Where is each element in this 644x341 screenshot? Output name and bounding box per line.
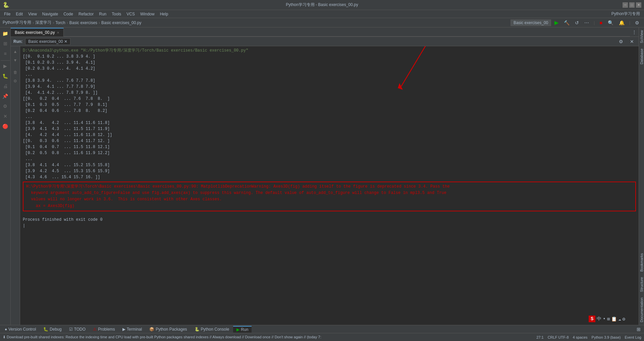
output-line-0: [[0. 0.1 0.2 ... 3.8 3.9 4. ] — [23, 54, 636, 60]
output-line-6: [4. 4.1 4.2 ... 7.8 7.9 8. ]] — [23, 90, 636, 96]
output-line-5: [3.9 4. 4.1 ... 7.7 7.8 7.9] — [23, 84, 636, 90]
bottom-tab-python-console[interactable]: 🐍 Python Console — [191, 326, 233, 332]
print-icon[interactable]: 🖨 — [1, 81, 10, 91]
breadcrumb: Python学习专用 › 深度学习 › Torch › Basic exerci… — [0, 18, 644, 27]
bookmarks-icon[interactable]: ≡ — [1, 49, 10, 58]
output-line-11: [3.8 4. 4.2 ... 11.4 11.6 11.8] — [23, 120, 636, 126]
tab-file[interactable]: Basic exercises_00.py ✕ — [11, 28, 64, 37]
bookmarks-label[interactable]: Bookmarks — [639, 251, 644, 274]
output-line-7: [[0. 0.2 0.4 ... 7.6 7.8 8. ] — [23, 96, 636, 102]
debug-icon[interactable]: 🐛 — [1, 71, 10, 81]
pin-icon[interactable]: 📌 — [1, 91, 10, 101]
bottom-tabs: ● Version Control 🐛 Debug ☑ TODO ⚠ Probl… — [0, 325, 644, 333]
run-console-icon[interactable]: ▶ — [1, 61, 10, 71]
problems-icon: ⚠ — [93, 327, 97, 332]
cmd-line: D:\Anaconda3\python.exe "H:/Python学习专用/深… — [23, 48, 636, 54]
python-version[interactable]: Python 3.9 (base) — [592, 335, 621, 339]
window-title: Python学习专用 - Basic exercises_00.py — [286, 2, 358, 8]
run-config-selector[interactable]: Basic exercises_00 — [511, 19, 551, 26]
clear-console-button[interactable]: 🗑 — [11, 68, 19, 76]
minimize-button[interactable]: ─ — [623, 2, 628, 8]
warning-line-1: H:\Python学习专用\深度学习\Torch\Basic exercises… — [26, 184, 633, 190]
menu-view[interactable]: View — [25, 11, 40, 17]
line-ending[interactable]: CRLF UTF-8 — [548, 335, 569, 339]
stop-side-icon[interactable]: 🔴 — [1, 122, 10, 131]
output-line-4: [3.8 3.9 4. ... 7.6 7.7 7.8] — [23, 78, 636, 84]
console-area[interactable]: D:\Anaconda3\python.exe "H:/Python学习专用/深… — [20, 46, 639, 325]
settings-side-icon[interactable]: ⚙ — [1, 101, 10, 111]
output-line-8: [0.1 0.3 0.5 ... 7.7 7.9 8.1] — [23, 102, 636, 108]
database-label[interactable]: Database — [639, 46, 644, 67]
settings-console-button[interactable]: ⚙ — [11, 77, 19, 85]
ime-indicator: S 中 • ⊞ 📋 ☁ ⚙ — [589, 316, 625, 322]
bottom-tab-todo[interactable]: ☑ TODO — [66, 326, 89, 332]
python-console-icon: 🐍 — [195, 327, 200, 332]
bottom-tab-vcs[interactable]: ● Version Control — [1, 326, 39, 332]
bottom-tab-problems[interactable]: ⚠ Problems — [90, 326, 118, 332]
indent-info[interactable]: 4 spaces — [573, 335, 588, 339]
bottom-tab-debug[interactable]: 🐛 Debug — [40, 326, 65, 332]
menu-help[interactable]: Help — [157, 11, 171, 17]
menu-tools[interactable]: Tools — [109, 11, 124, 17]
warning-box: H:\Python学习专用\深度学习\Torch\Basic exercises… — [23, 182, 636, 211]
notification-button[interactable]: 🔔 — [617, 19, 627, 26]
app-icon-area: 🐍 — [3, 2, 9, 8]
center-area: Basic exercises_00.py ✕ ⋮ Run: Basic exe… — [11, 27, 639, 325]
search-button[interactable]: 🔍 — [606, 19, 615, 26]
reload-button[interactable]: ↺ — [573, 19, 581, 26]
bottom-tab-terminal[interactable]: ▶ Terminal — [119, 326, 145, 332]
run-button[interactable]: ▶ — [552, 19, 560, 26]
close-button[interactable]: ✕ — [636, 2, 641, 8]
run-tab-icon: ▶ — [236, 327, 239, 332]
output-line-16: [0.2 0.5 0.8 ... 11.6 11.9 12.2] — [23, 150, 636, 156]
event-log-button[interactable]: Event Log — [625, 335, 641, 339]
breadcrumb-item-torch[interactable]: Torch — [55, 20, 65, 25]
run-close-button[interactable]: ✕ — [628, 38, 636, 45]
console-wrapper: ▲ ▼ 🗑 ⚙ D:\Anaconda3\python.exe "H:/Pyth… — [11, 46, 639, 325]
maximize-button[interactable]: □ — [629, 2, 635, 8]
menu-window[interactable]: Window — [138, 11, 157, 17]
breadcrumb-item-dl[interactable]: 深度学习 — [35, 20, 51, 25]
window-controls[interactable]: ─ □ ✕ — [623, 2, 641, 8]
scroll-down-button[interactable]: ▼ — [11, 56, 19, 64]
menu-vcs[interactable]: VCS — [124, 11, 138, 17]
menu-file[interactable]: File — [1, 11, 13, 17]
output-line-13: [4. 4.2 4.4 ... 11.6 11.8 12. ]] — [23, 132, 636, 138]
warning-line-3: values will no longer work in 3.6. This … — [26, 196, 633, 203]
stop-button[interactable]: ■ — [597, 19, 604, 26]
settings-button[interactable]: ⚙ — [633, 19, 641, 26]
bottom-bar-expand-button[interactable]: ⊞ — [635, 326, 643, 333]
cursor-position[interactable]: 27:1 — [536, 335, 543, 339]
menu-refactor[interactable]: Refactor — [76, 11, 96, 17]
menu-edit[interactable]: Edit — [13, 11, 25, 17]
status-left: ⬇ Download pre-built shared indexes: Red… — [3, 335, 321, 339]
scview-label[interactable]: SciView — [639, 27, 644, 46]
menu-navigate[interactable]: Navigate — [40, 11, 61, 17]
run-toolbar: Run: Basic exercises_00 ✕ ⚙ ✕ — [11, 37, 639, 46]
breadcrumb-item-file[interactable]: Basic exercises_00.py — [101, 20, 141, 25]
breadcrumb-item-exercises[interactable]: Basic exercises — [69, 20, 97, 25]
close-side-icon[interactable]: ✕ — [1, 112, 10, 121]
scroll-up-button[interactable]: ▲ — [11, 48, 19, 56]
menu-code[interactable]: Code — [61, 11, 76, 17]
bottom-tab-python-packages[interactable]: 📦 Python Packages — [146, 326, 190, 332]
left-icon-bar: 📁 ⊞ ≡ ▶ 🐛 🖨 📌 ⚙ ✕ 🔴 — [0, 27, 11, 325]
menu-run[interactable]: Run — [96, 11, 109, 17]
breadcrumb-item-project[interactable]: Python学习专用 — [3, 20, 31, 25]
run-label: Run: — [13, 39, 22, 44]
project-icon[interactable]: 📁 — [1, 29, 10, 38]
terminal-icon: ▶ — [122, 327, 125, 332]
download-info[interactable]: ⬇ Download pre-built shared indexes: Red… — [3, 335, 321, 339]
structure-label[interactable]: Structure — [639, 274, 644, 295]
more-button[interactable]: ⋯ — [582, 19, 591, 26]
tab-close-button[interactable]: ✕ — [57, 31, 59, 35]
tab-menu-button[interactable]: ⋮ — [630, 29, 639, 36]
build-button[interactable]: 🔨 — [562, 19, 572, 26]
bottom-tab-run[interactable]: ▶ Run — [233, 326, 252, 333]
nav-icon[interactable]: ⊞ — [1, 39, 10, 48]
output-line-9: [0.2 0.4 0.6 ... 7.8 8. 8.2] — [23, 108, 636, 114]
documentation-label[interactable]: Documentation — [639, 295, 644, 325]
output-line-20: [4.3 4.6 ... 15.4 15.7 16. ]] — [23, 174, 636, 180]
run-settings-button[interactable]: ⚙ — [617, 38, 625, 45]
run-name[interactable]: Basic exercises_00 ✕ — [25, 38, 70, 45]
